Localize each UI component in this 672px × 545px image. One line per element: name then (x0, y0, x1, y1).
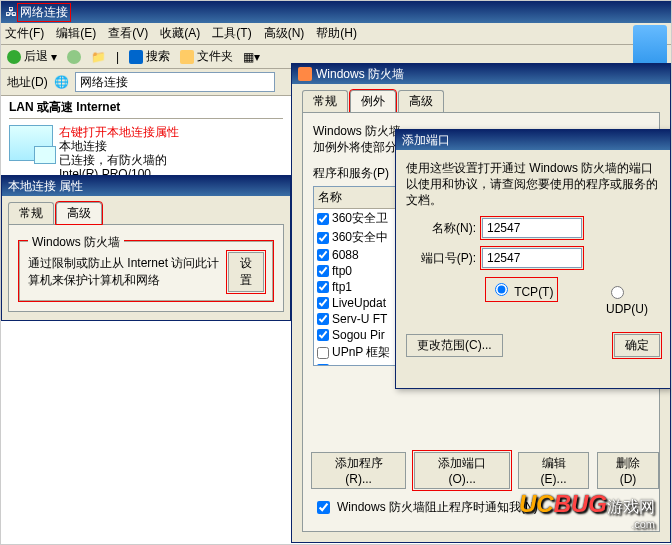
properties-titlebar: 本地连接 属性 (2, 176, 290, 196)
explorer-titlebar: 🖧 网络连接 (1, 1, 671, 23)
add-port-button[interactable]: 添加端口(O)... (414, 452, 510, 489)
name-label: 名称(N): (406, 220, 476, 237)
forward-button[interactable] (67, 50, 81, 64)
delete-button[interactable]: 删除(D) (597, 452, 659, 489)
list-item-label: Sogou Pir (332, 328, 385, 342)
shield-icon (298, 67, 312, 81)
list-item[interactable]: Sogou Pir (314, 327, 402, 343)
list-item[interactable]: 360安全卫 (314, 209, 402, 228)
list-item-checkbox[interactable] (317, 347, 329, 359)
folder-icon (180, 50, 194, 64)
notify-label: Windows 防火墙阻止程序时通知我(N) (337, 499, 538, 516)
connection-status: 已连接，有防火墙的 (59, 153, 167, 167)
tab-advanced[interactable]: 高级 (56, 202, 102, 224)
list-item[interactable]: 360安全中 (314, 228, 402, 247)
list-item-checkbox[interactable] (317, 329, 329, 341)
tcp-radio[interactable]: TCP(T) (490, 280, 553, 299)
connection-properties-dialog: 本地连接 属性 常规 高级 Windows 防火墙 通过限制或防止从 Inter… (1, 175, 291, 321)
netconn-icon: 🖧 (5, 5, 17, 19)
list-header-name[interactable]: 名称 (314, 187, 402, 209)
firewall-titlebar: Windows 防火墙 (292, 64, 670, 84)
add-port-desc: 使用这些设置打开通过 Windows 防火墙的端口以使用和协议，请查阅您要使用的… (406, 160, 660, 208)
add-port-dialog: 添加端口 使用这些设置打开通过 Windows 防火墙的端口以使用和协议，请查阅… (395, 129, 671, 389)
list-item-checkbox[interactable] (317, 313, 329, 325)
tab-general[interactable]: 常规 (8, 202, 54, 224)
watermark-logo: UCBUG游戏网 .com (519, 490, 655, 530)
netconn-icon: 🌐 (54, 75, 69, 89)
annotation-text: 右键打开本地连接属性 (59, 125, 179, 139)
list-item-label: 360安全中 (332, 229, 388, 246)
list-item-checkbox[interactable] (317, 249, 329, 261)
address-input[interactable] (75, 72, 275, 92)
list-item[interactable]: 6088 (314, 247, 402, 263)
list-item-label: ftp0 (332, 264, 352, 278)
list-item-label: 360安全卫 (332, 210, 388, 227)
menu-view[interactable]: 查看(V) (108, 25, 148, 42)
network-connections-panel: LAN 或高速 Internet 右键打开本地连接属性 本地连接 已连接，有防火… (9, 97, 283, 181)
list-item-checkbox[interactable] (317, 297, 329, 309)
fw-tab-exceptions[interactable]: 例外 (350, 90, 396, 112)
list-item-label: 6088 (332, 248, 359, 262)
menu-edit[interactable]: 编辑(E) (56, 25, 96, 42)
list-item-label: ftp1 (332, 280, 352, 294)
search-icon (129, 50, 143, 64)
folders-button[interactable]: 文件夹 (180, 48, 233, 65)
fw-tab-general[interactable]: 常规 (302, 90, 348, 112)
groupbox-title: Windows 防火墙 (28, 234, 124, 251)
views-button[interactable]: ▦▾ (243, 50, 260, 64)
menubar: 文件(F) 编辑(E) 查看(V) 收藏(A) 工具(T) 高级(N) 帮助(H… (1, 23, 671, 45)
list-item-checkbox[interactable] (317, 281, 329, 293)
list-item-label: UPnP 框架 (332, 344, 390, 361)
list-item[interactable]: web (314, 362, 402, 366)
address-label: 地址(D) (7, 74, 48, 91)
list-item[interactable]: ftp0 (314, 263, 402, 279)
add-port-titlebar: 添加端口 (396, 130, 670, 150)
list-item-checkbox[interactable] (317, 265, 329, 277)
menu-advanced[interactable]: 高级(N) (264, 25, 305, 42)
port-label: 端口号(P): (406, 250, 476, 267)
port-name-input[interactable] (482, 218, 582, 238)
port-number-input[interactable] (482, 248, 582, 268)
programs-listbox[interactable]: 名称 360安全卫360安全中6088ftp0ftp1LiveUpdatServ… (313, 186, 403, 366)
menu-help[interactable]: 帮助(H) (316, 25, 357, 42)
add-program-button[interactable]: 添加程序(R)... (311, 452, 406, 489)
list-item-label: web (332, 363, 354, 366)
list-item-checkbox[interactable] (317, 213, 329, 225)
back-button[interactable]: 后退 ▾ (7, 48, 57, 65)
up-button[interactable]: 📁 (91, 50, 106, 64)
notify-checkbox[interactable] (317, 501, 330, 514)
settings-button[interactable]: 设置 (228, 252, 264, 292)
ok-button[interactable]: 确定 (614, 334, 660, 357)
list-item[interactable]: UPnP 框架 (314, 343, 402, 362)
back-icon (7, 50, 21, 64)
menu-fav[interactable]: 收藏(A) (160, 25, 200, 42)
firewall-groupbox: Windows 防火墙 通过限制或防止从 Internet 访问此计算机来保护计… (19, 241, 273, 301)
local-connection-item[interactable]: 右键打开本地连接属性 本地连接 已连接，有防火墙的 Intel(R) PRO/1… (9, 125, 283, 181)
list-item-label: Serv-U FT (332, 312, 387, 326)
window-title: 网络连接 (17, 3, 71, 22)
change-scope-button[interactable]: 更改范围(C)... (406, 334, 503, 357)
groupbox-desc: 通过限制或防止从 Internet 访问此计算机来保护计算机和网络 (28, 255, 220, 289)
list-item-checkbox[interactable] (317, 364, 329, 366)
edit-button[interactable]: 编辑(E)... (518, 452, 589, 489)
protocol-radio-group: TCP(T) (486, 278, 557, 301)
menu-file[interactable]: 文件(F) (5, 25, 44, 42)
list-item-checkbox[interactable] (317, 232, 329, 244)
list-item-label: LiveUpdat (332, 296, 386, 310)
category-heading: LAN 或高速 Internet (9, 97, 283, 119)
list-item[interactable]: LiveUpdat (314, 295, 402, 311)
search-button[interactable]: 搜索 (129, 48, 170, 65)
windows-logo-icon (633, 25, 667, 65)
network-adapter-icon (9, 125, 53, 161)
udp-radio[interactable]: UDP(U) (606, 283, 660, 316)
fw-tab-advanced[interactable]: 高级 (398, 90, 444, 112)
list-item[interactable]: Serv-U FT (314, 311, 402, 327)
menu-tools[interactable]: 工具(T) (212, 25, 251, 42)
connection-name: 本地连接 (59, 139, 107, 153)
list-item[interactable]: ftp1 (314, 279, 402, 295)
